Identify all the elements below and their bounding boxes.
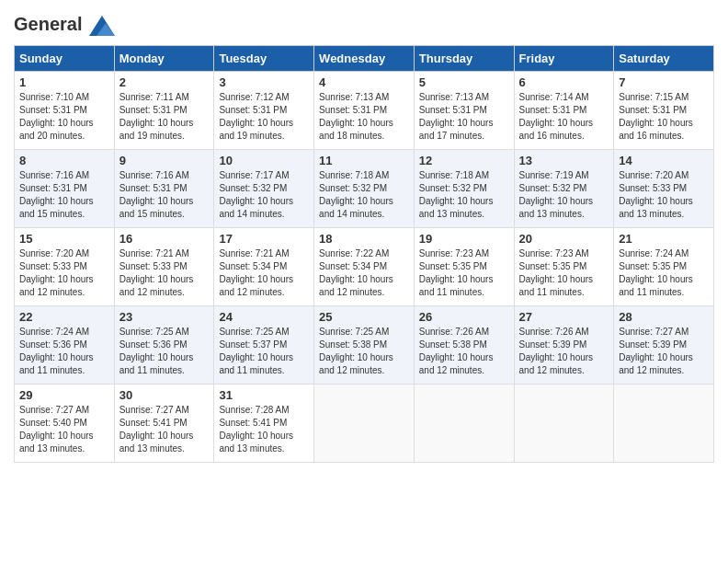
day-cell-14: 14Sunrise: 7:20 AMSunset: 5:33 PMDayligh… xyxy=(614,149,714,227)
day-info: Sunrise: 7:22 AMSunset: 5:34 PMDaylight:… xyxy=(319,247,409,299)
day-info: Sunrise: 7:10 AMSunset: 5:31 PMDaylight:… xyxy=(19,91,109,143)
calendar-container: General SundayMondayTuesdayWe xyxy=(0,0,728,472)
day-cell-2: 2Sunrise: 7:11 AMSunset: 5:31 PMDaylight… xyxy=(114,71,214,149)
header-cell-saturday: Saturday xyxy=(614,45,714,71)
day-cell-25: 25Sunrise: 7:25 AMSunset: 5:38 PMDayligh… xyxy=(314,305,415,384)
day-cell-13: 13Sunrise: 7:19 AMSunset: 5:32 PMDayligh… xyxy=(514,149,614,227)
day-cell-23: 23Sunrise: 7:25 AMSunset: 5:36 PMDayligh… xyxy=(114,305,214,384)
day-cell-18: 18Sunrise: 7:22 AMSunset: 5:34 PMDayligh… xyxy=(314,227,415,305)
day-number: 3 xyxy=(219,75,309,89)
day-info: Sunrise: 7:25 AMSunset: 5:37 PMDaylight:… xyxy=(219,326,309,377)
day-info: Sunrise: 7:20 AMSunset: 5:33 PMDaylight:… xyxy=(619,169,709,221)
day-cell-24: 24Sunrise: 7:25 AMSunset: 5:37 PMDayligh… xyxy=(214,305,314,384)
day-number: 9 xyxy=(119,154,210,167)
day-info: Sunrise: 7:13 AMSunset: 5:31 PMDaylight:… xyxy=(319,91,409,143)
day-cell-22: 22Sunrise: 7:24 AMSunset: 5:36 PMDayligh… xyxy=(15,305,115,384)
day-cell-10: 10Sunrise: 7:17 AMSunset: 5:32 PMDayligh… xyxy=(214,149,314,227)
empty-cell xyxy=(614,384,714,462)
day-cell-1: 1Sunrise: 7:10 AMSunset: 5:31 PMDaylight… xyxy=(15,71,115,149)
day-number: 24 xyxy=(219,310,309,324)
day-number: 27 xyxy=(519,310,609,324)
day-info: Sunrise: 7:27 AMSunset: 5:40 PMDaylight:… xyxy=(19,404,109,455)
day-info: Sunrise: 7:16 AMSunset: 5:31 PMDaylight:… xyxy=(119,169,210,221)
day-cell-4: 4Sunrise: 7:13 AMSunset: 5:31 PMDaylight… xyxy=(314,71,415,149)
week-row-1: 1Sunrise: 7:10 AMSunset: 5:31 PMDaylight… xyxy=(15,71,714,149)
day-number: 26 xyxy=(419,310,509,324)
day-info: Sunrise: 7:16 AMSunset: 5:31 PMDaylight:… xyxy=(19,169,109,221)
day-info: Sunrise: 7:17 AMSunset: 5:32 PMDaylight:… xyxy=(219,169,309,221)
day-number: 15 xyxy=(19,232,109,246)
day-info: Sunrise: 7:12 AMSunset: 5:31 PMDaylight:… xyxy=(219,91,309,143)
day-number: 31 xyxy=(219,388,309,402)
day-number: 23 xyxy=(119,310,210,324)
day-info: Sunrise: 7:23 AMSunset: 5:35 PMDaylight:… xyxy=(519,247,609,299)
day-info: Sunrise: 7:25 AMSunset: 5:36 PMDaylight:… xyxy=(119,326,210,377)
day-number: 11 xyxy=(319,154,409,167)
day-info: Sunrise: 7:19 AMSunset: 5:32 PMDaylight:… xyxy=(519,169,609,221)
day-info: Sunrise: 7:14 AMSunset: 5:31 PMDaylight:… xyxy=(519,91,609,143)
day-info: Sunrise: 7:21 AMSunset: 5:33 PMDaylight:… xyxy=(119,247,210,299)
day-number: 17 xyxy=(219,232,309,246)
day-cell-6: 6Sunrise: 7:14 AMSunset: 5:31 PMDaylight… xyxy=(514,71,614,149)
calendar-table: SundayMondayTuesdayWednesdayThursdayFrid… xyxy=(14,45,714,463)
day-cell-7: 7Sunrise: 7:15 AMSunset: 5:31 PMDaylight… xyxy=(614,71,714,149)
day-info: Sunrise: 7:26 AMSunset: 5:38 PMDaylight:… xyxy=(419,326,509,377)
day-info: Sunrise: 7:27 AMSunset: 5:41 PMDaylight:… xyxy=(119,404,210,455)
week-row-5: 29Sunrise: 7:27 AMSunset: 5:40 PMDayligh… xyxy=(15,384,714,462)
day-number: 10 xyxy=(219,154,309,167)
day-info: Sunrise: 7:18 AMSunset: 5:32 PMDaylight:… xyxy=(419,169,509,221)
day-number: 20 xyxy=(519,232,609,246)
day-cell-17: 17Sunrise: 7:21 AMSunset: 5:34 PMDayligh… xyxy=(214,227,314,305)
logo: General xyxy=(14,14,115,36)
day-cell-8: 8Sunrise: 7:16 AMSunset: 5:31 PMDaylight… xyxy=(15,149,115,227)
day-cell-20: 20Sunrise: 7:23 AMSunset: 5:35 PMDayligh… xyxy=(514,227,614,305)
day-number: 29 xyxy=(19,388,109,402)
day-info: Sunrise: 7:26 AMSunset: 5:39 PMDaylight:… xyxy=(519,326,609,377)
week-row-3: 15Sunrise: 7:20 AMSunset: 5:33 PMDayligh… xyxy=(15,227,714,305)
day-info: Sunrise: 7:15 AMSunset: 5:31 PMDaylight:… xyxy=(619,91,709,143)
day-number: 1 xyxy=(19,75,109,89)
day-number: 14 xyxy=(619,154,709,167)
day-cell-29: 29Sunrise: 7:27 AMSunset: 5:40 PMDayligh… xyxy=(15,384,115,462)
day-number: 18 xyxy=(319,232,409,246)
day-number: 13 xyxy=(519,154,609,167)
day-cell-16: 16Sunrise: 7:21 AMSunset: 5:33 PMDayligh… xyxy=(114,227,214,305)
day-number: 25 xyxy=(319,310,409,324)
day-info: Sunrise: 7:11 AMSunset: 5:31 PMDaylight:… xyxy=(119,91,210,143)
day-number: 7 xyxy=(619,75,709,89)
day-cell-21: 21Sunrise: 7:24 AMSunset: 5:35 PMDayligh… xyxy=(614,227,714,305)
day-number: 21 xyxy=(619,232,709,246)
empty-cell xyxy=(514,384,614,462)
day-info: Sunrise: 7:24 AMSunset: 5:36 PMDaylight:… xyxy=(19,326,109,377)
day-number: 5 xyxy=(419,75,509,89)
header-cell-friday: Friday xyxy=(514,45,614,71)
day-number: 2 xyxy=(119,75,210,89)
header: General xyxy=(14,14,714,36)
day-number: 30 xyxy=(119,388,210,402)
day-number: 8 xyxy=(19,154,109,167)
week-row-4: 22Sunrise: 7:24 AMSunset: 5:36 PMDayligh… xyxy=(15,305,714,384)
day-info: Sunrise: 7:13 AMSunset: 5:31 PMDaylight:… xyxy=(419,91,509,143)
day-number: 22 xyxy=(19,310,109,324)
day-cell-15: 15Sunrise: 7:20 AMSunset: 5:33 PMDayligh… xyxy=(15,227,115,305)
day-info: Sunrise: 7:24 AMSunset: 5:35 PMDaylight:… xyxy=(619,247,709,299)
day-info: Sunrise: 7:23 AMSunset: 5:35 PMDaylight:… xyxy=(419,247,509,299)
day-number: 19 xyxy=(419,232,509,246)
header-cell-sunday: Sunday xyxy=(15,45,115,71)
empty-cell xyxy=(314,384,415,462)
header-cell-thursday: Thursday xyxy=(414,45,514,71)
day-cell-9: 9Sunrise: 7:16 AMSunset: 5:31 PMDaylight… xyxy=(114,149,214,227)
day-info: Sunrise: 7:28 AMSunset: 5:41 PMDaylight:… xyxy=(219,404,309,455)
day-cell-5: 5Sunrise: 7:13 AMSunset: 5:31 PMDaylight… xyxy=(414,71,514,149)
day-cell-28: 28Sunrise: 7:27 AMSunset: 5:39 PMDayligh… xyxy=(614,305,714,384)
header-cell-monday: Monday xyxy=(114,45,214,71)
day-info: Sunrise: 7:21 AMSunset: 5:34 PMDaylight:… xyxy=(219,247,309,299)
day-number: 6 xyxy=(519,75,609,89)
day-info: Sunrise: 7:20 AMSunset: 5:33 PMDaylight:… xyxy=(19,247,109,299)
empty-cell xyxy=(414,384,514,462)
day-info: Sunrise: 7:25 AMSunset: 5:38 PMDaylight:… xyxy=(319,326,409,377)
header-cell-tuesday: Tuesday xyxy=(214,45,314,71)
day-info: Sunrise: 7:18 AMSunset: 5:32 PMDaylight:… xyxy=(319,169,409,221)
day-number: 16 xyxy=(119,232,210,246)
day-number: 28 xyxy=(619,310,709,324)
